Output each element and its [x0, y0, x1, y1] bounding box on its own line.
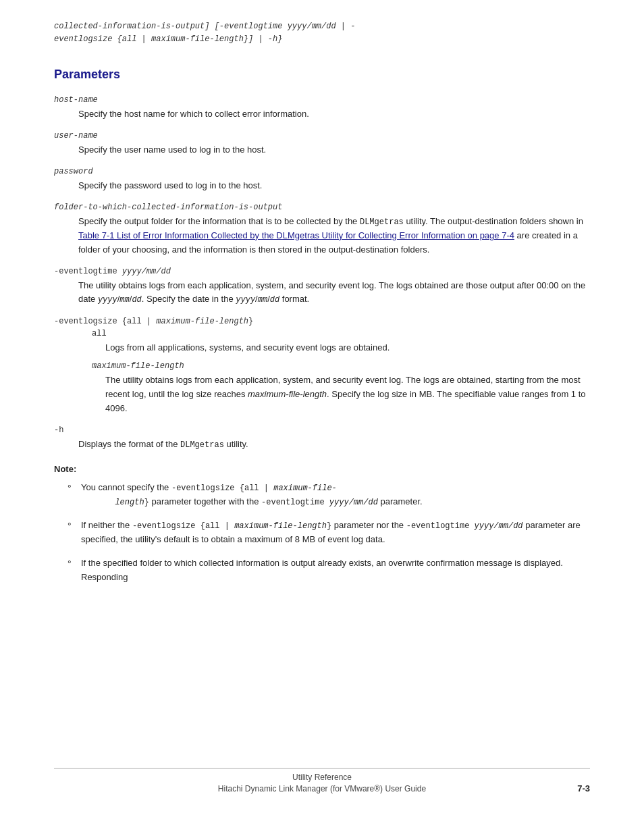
max-file-inline: maximum-file-length [156, 317, 248, 326]
param-desc-host: Specify the host name for which to colle… [78, 107, 590, 122]
date-inline: yyyy [98, 295, 117, 305]
param-name-folder: folder-to-which-collected-information-is… [54, 203, 590, 212]
param-flag-eventlogsize: -eventlogsize {all | maximum-file-length… [54, 317, 590, 326]
page: collected-information-is-output] [-event… [0, 0, 644, 834]
date-format-dd: dd [270, 295, 279, 305]
sub-param-maxfile: maximum-file-length The utility obtains … [68, 361, 590, 415]
sub-param-all: all Logs from all applications, systems,… [68, 329, 590, 355]
sub-param-desc-maxfile: The utility obtains logs from each appli… [105, 373, 590, 415]
param-host-name: host-name Specify the host name for whic… [54, 95, 590, 122]
h-desc-prefix: Displays the format of the [78, 439, 180, 449]
sub-param-name-maxfile: maximum-file-length [92, 361, 590, 371]
param-password: password Specify the password used to lo… [54, 167, 590, 193]
param-name-password: password [54, 167, 590, 176]
h-flag: -h [54, 425, 590, 435]
note-item-1: You cannot specify the -eventlogsize {al… [68, 481, 590, 509]
note2-mid: parameter nor the [331, 520, 406, 530]
top-code-block: collected-information-is-output] [-event… [54, 20, 590, 46]
date-format-mm: mm [258, 295, 267, 305]
param-name-host: host-name [54, 95, 590, 105]
note1-suffix: parameter. [378, 496, 423, 506]
param-desc-user: Specify the user name used to log in to … [78, 143, 590, 157]
note-item-3: If the specified folder to which collect… [68, 556, 590, 585]
param-user-name: user-name Specify the user name used to … [54, 131, 590, 157]
param-desc-folder: Specify the output folder for the inform… [78, 215, 590, 257]
note-item-2: If neither the -eventlogsize {all | maxi… [68, 519, 590, 547]
folder-desc-prefix: Specify the output folder for the inform… [78, 216, 360, 226]
table-link[interactable]: Table 7-1 List of Error Information Coll… [78, 230, 514, 240]
note1-prefix: You cannot specify the [81, 482, 171, 492]
footer-page-number: 7-3 [577, 783, 590, 793]
date-inline-dd: dd [132, 295, 141, 305]
note2-prefix: If neither the [81, 520, 132, 530]
flag-date: yyyy/mm/dd [122, 267, 171, 276]
note1-date2: yyyy/mm/dd [329, 498, 378, 507]
note2-code1: -eventlogsize {all | maximum-file-length… [132, 521, 331, 531]
sub-param-desc-all: Logs from all applications, systems, and… [105, 341, 590, 355]
note3-text: If the specified folder to which collect… [81, 558, 563, 582]
param-desc-password: Specify the password used to log in to t… [78, 179, 590, 193]
param-desc-eventlogtime: The utility obtains logs from each appli… [78, 279, 590, 307]
all-label: all [92, 329, 590, 338]
folder-desc-mid: utility. The output-destination folders … [404, 216, 583, 226]
maxfile-em: maximum-file-length [248, 389, 327, 399]
param-name-user: user-name [54, 131, 590, 140]
note2-code2: -eventlogtime yyyy/mm/dd [406, 521, 523, 531]
section-header: Parameters [54, 68, 590, 82]
flag-dash: -eventlogtime [54, 267, 122, 276]
param-eventlogsize: -eventlogsize {all | maximum-file-length… [54, 317, 590, 416]
param-desc-h: Displays the format of the DLMgetras uti… [78, 438, 590, 452]
note-section: Note: You cannot specify the -eventlogsi… [54, 464, 590, 585]
code-line-1: collected-information-is-output] [-event… [54, 22, 355, 31]
h-desc-tool: DLMgetras [180, 440, 224, 450]
date-format-inline: yyyy [236, 295, 255, 305]
param-flag-eventlogtime: -eventlogtime yyyy/mm/dd [54, 267, 590, 276]
section-title: Parameters [54, 68, 590, 82]
footer-bottom: Hitachi Dynamic Link Manager (for VMware… [54, 784, 590, 793]
footer-center: Utility Reference [54, 773, 590, 782]
note1-code2: -eventlogtime yyyy/mm/dd [261, 498, 378, 507]
dlmgetras-inline-1: DLMgetras [360, 217, 404, 227]
note2-maxfile: maximum-file-length [234, 521, 327, 531]
code-line-2: eventlogsize {all | maximum-file-length}… [54, 34, 282, 44]
param-folder: folder-to-which-collected-information-is… [54, 203, 590, 257]
date-inline-mm: mm [119, 295, 129, 305]
param-eventlogtime: -eventlogtime yyyy/mm/dd The utility obt… [54, 267, 590, 307]
h-desc-suffix: utility. [224, 439, 248, 449]
note1-mid: parameter together with the [149, 496, 261, 506]
note-list: You cannot specify the -eventlogsize {al… [68, 481, 590, 585]
param-h: -h Displays the format of the DLMgetras … [54, 425, 590, 452]
footer: Utility Reference Hitachi Dynamic Link M… [54, 768, 590, 793]
note-label: Note: [54, 464, 590, 474]
note2-date2: yyyy/mm/dd [475, 521, 523, 531]
